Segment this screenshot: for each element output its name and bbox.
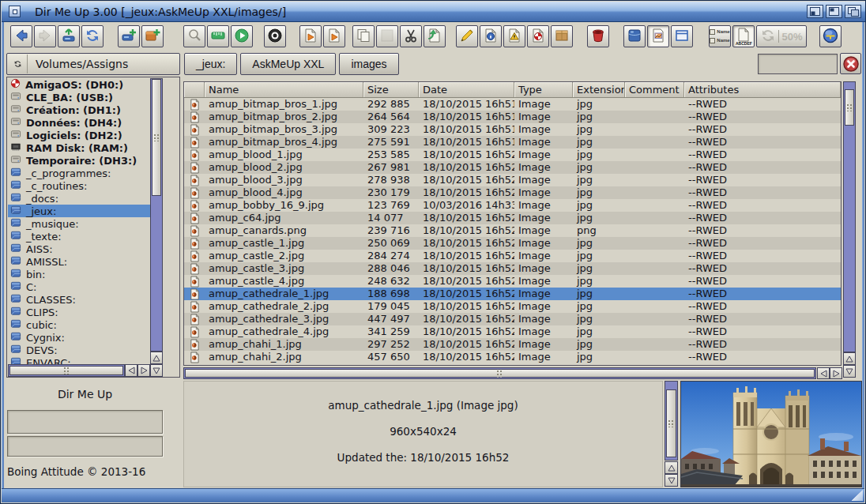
- resize-handle[interactable]: [851, 490, 863, 501]
- column-header-icon[interactable]: [184, 82, 205, 97]
- toolbar-play-button[interactable]: [231, 25, 253, 47]
- toolbar-edit-pencil-button[interactable]: [456, 25, 478, 47]
- table-scroll-up-button[interactable]: [843, 352, 856, 365]
- sidebar-item-cygnix[interactable]: Cygnix:: [8, 331, 150, 344]
- preview-vscrollbar[interactable]: [665, 381, 678, 461]
- table-scroll-right-button[interactable]: [830, 367, 842, 379]
- file-row-amup_bitmap_bros_1.jpg[interactable]: amup_bitmap_bros_1.jpg292 88518/10/2015 …: [184, 98, 841, 111]
- file-row-amup_cathedrale_2.jpg[interactable]: amup_cathedrale_2.jpg179 04518/10/2015 1…: [184, 300, 841, 313]
- table-scroll-left-button[interactable]: [817, 367, 830, 379]
- toolbar-add-drawer-button[interactable]: [141, 25, 164, 47]
- sidebar-item-jeux[interactable]: _jeux:: [8, 205, 150, 217]
- sidebar-item-clips[interactable]: CLIPS:: [8, 306, 150, 318]
- clear-filter-button[interactable]: [840, 53, 861, 74]
- file-row-amup_chahi_1.jpg[interactable]: amup_chahi_1.jpg297 25218/10/2015 16h52I…: [184, 338, 841, 351]
- file-row-amup_cathedrale_4.jpg[interactable]: amup_cathedrale_4.jpg341 25918/10/2015 1…: [184, 325, 841, 338]
- iconify-gadget[interactable]: [807, 5, 823, 18]
- file-row-amup_bitmap_bros_2.jpg[interactable]: amup_bitmap_bros_2.jpg264 56418/10/2015 …: [184, 111, 841, 123]
- volumes-hscroll-thumb[interactable]: [9, 366, 123, 375]
- info-field-1[interactable]: [7, 410, 163, 434]
- volumes-scroll-left-button[interactable]: [125, 364, 137, 377]
- sidebar-item-amigaos-dh0[interactable]: AmigaOS: (DH0:): [8, 78, 150, 91]
- file-row-amup_castle_1.jpg[interactable]: amup_castle_1.jpg250 06918/10/2015 16h52…: [184, 237, 841, 250]
- sidebar-item-docs[interactable]: _docs:: [8, 192, 150, 205]
- column-header-comment[interactable]: Comment: [625, 82, 684, 97]
- toolbar-zoom-level-button[interactable]: 50%: [756, 25, 807, 47]
- sidebar-item-cubic[interactable]: cubic:: [8, 318, 150, 331]
- file-row-amup_bitmap_bros_3.jpg[interactable]: amup_bitmap_bros_3.jpg309 22318/10/2015 …: [184, 123, 841, 136]
- sidebar-item-logiciels-dh2[interactable]: Logiciels: (DH2:): [8, 129, 150, 141]
- depth-gadget[interactable]: [845, 5, 861, 18]
- table-vscroll-thumb[interactable]: [845, 89, 854, 126]
- toolbar-cut-button[interactable]: [400, 25, 422, 47]
- toolbar-back-arrow-button[interactable]: [10, 25, 32, 47]
- toolbar-refresh-button[interactable]: [81, 25, 104, 47]
- file-row-amup_cathedrale_1.jpg[interactable]: amup_cathedrale_1.jpg188 69818/10/2015 1…: [184, 288, 841, 300]
- file-row-amup_blood_3.jpg[interactable]: amup_blood_3.jpg278 93818/10/2015 16h52I…: [184, 174, 841, 186]
- toolbar-boing-ball-app-button[interactable]: [819, 25, 842, 47]
- breadcrumb-images[interactable]: images: [339, 53, 398, 75]
- toolbar-volumes-drive-button[interactable]: [623, 25, 646, 47]
- file-row-amup_castle_3.jpg[interactable]: amup_castle_3.jpg288 04618/10/2015 16h52…: [184, 262, 841, 275]
- column-header-size[interactable]: Size: [363, 82, 419, 97]
- preview-vscroll-thumb[interactable]: [666, 389, 676, 457]
- sidebar-item-musique[interactable]: _musique:: [8, 217, 150, 230]
- file-row-amup_cathedrale_3.jpg[interactable]: amup_cathedrale_3.jpg447 49718/10/2015 1…: [184, 313, 841, 325]
- file-row-amup_blood_2.jpg[interactable]: amup_blood_2.jpg267 98118/10/2015 16h52I…: [184, 161, 841, 174]
- toolbar-ruler-button[interactable]: [207, 25, 229, 47]
- sidebar-item-classes[interactable]: CLASSES:: [8, 293, 150, 306]
- volumes-vscroll-thumb[interactable]: [152, 79, 161, 196]
- sidebar-item-cle-ba-usb[interactable]: CLE_BA: (USB:): [8, 91, 150, 103]
- sidebar-item-cr-ation-dh1[interactable]: Création: (DH1:): [8, 103, 150, 116]
- info-field-2[interactable]: [7, 436, 163, 457]
- file-row-amup_castle_4.jpg[interactable]: amup_castle_4.jpg248 63218/10/2015 16h52…: [184, 275, 841, 288]
- sidebar-item-devs[interactable]: DEVS:: [8, 344, 150, 356]
- column-header-name[interactable]: Name: [205, 82, 363, 97]
- toolbar-run-document-button[interactable]: [299, 25, 322, 47]
- volumes-refresh-button[interactable]: [9, 55, 28, 73]
- breadcrumb-jeux[interactable]: _jeux:: [184, 53, 237, 75]
- column-header-type[interactable]: Type: [514, 82, 573, 97]
- sidebar-item-bin[interactable]: bin:: [8, 268, 150, 280]
- window-close-gadget[interactable]: [9, 6, 21, 17]
- toolbar-image-preview-button[interactable]: [647, 25, 669, 47]
- zoom-gadget[interactable]: [826, 5, 842, 18]
- table-scroll-down-button[interactable]: [843, 365, 856, 378]
- sidebar-item-envarc[interactable]: ENVARC:: [8, 356, 150, 364]
- toolbar-warning-document-button[interactable]: [503, 25, 525, 47]
- volumes-scroll-down-button[interactable]: [150, 364, 163, 377]
- volumes-scroll-up-button[interactable]: [150, 352, 163, 364]
- sidebar-item-ram-disk-ram[interactable]: RAM Disk: (RAM:): [8, 141, 150, 154]
- toolbar-record-button[interactable]: [264, 25, 286, 47]
- table-vscrollbar[interactable]: [843, 81, 856, 352]
- toolbar-sort-by-name-button[interactable]: NameName: [709, 25, 731, 47]
- toolbar-window-frame-button[interactable]: [671, 25, 693, 47]
- toolbar-info-document-button[interactable]: [480, 25, 502, 47]
- preview-scroll-down-button[interactable]: [665, 474, 678, 487]
- file-row-amup_blood_4.jpg[interactable]: amup_blood_4.jpg230 17918/10/2015 16h52I…: [184, 186, 841, 199]
- sidebar-item-c-programmes[interactable]: _c_programmes:: [8, 167, 150, 179]
- file-row-amup_canards.png[interactable]: amup_canards.png239 71618/10/2015 16h52I…: [184, 224, 841, 237]
- volumes-vscrollbar[interactable]: [150, 78, 163, 352]
- toolbar-blank-square-button[interactable]: [376, 25, 398, 47]
- file-row-amup_blood_1.jpg[interactable]: amup_blood_1.jpg253 58518/10/2015 16h52I…: [184, 149, 841, 161]
- sidebar-item-c-routines[interactable]: _c_routines:: [8, 179, 150, 192]
- column-header-attributes[interactable]: Attributes: [684, 82, 841, 97]
- toolbar-text-document-button[interactable]: ABCDEF: [732, 25, 755, 47]
- sidebar-item-temporaire-dh3[interactable]: Temporaire: (DH3:): [8, 154, 150, 167]
- file-row-amup_castle_2.jpg[interactable]: amup_castle_2.jpg284 27418/10/2015 16h52…: [184, 250, 841, 262]
- volumes-scroll-right-button[interactable]: [137, 364, 150, 377]
- toolbar-run-document-alt-button[interactable]: [323, 25, 345, 47]
- toolbar-paste-button[interactable]: [424, 25, 446, 47]
- toolbar-add-volume-button[interactable]: [118, 25, 140, 47]
- toolbar-archive-box-button[interactable]: [551, 25, 573, 47]
- toolbar-parent-drive-button[interactable]: [58, 25, 80, 47]
- breadcrumb-askmeup-xxl[interactable]: AskMeUp XXL: [240, 53, 336, 75]
- column-header-date[interactable]: Date: [419, 82, 514, 97]
- toolbar-trash-button[interactable]: [587, 25, 609, 47]
- file-row-amup_c64.jpg[interactable]: amup_c64.jpg14 07718/10/2015 16h52Imagej…: [184, 212, 841, 224]
- file-row-amup_bitmap_bros_4.jpg[interactable]: amup_bitmap_bros_4.jpg275 59118/10/2015 …: [184, 136, 841, 149]
- toolbar-search-button[interactable]: [183, 25, 205, 47]
- column-header-extension[interactable]: Extension: [573, 82, 625, 97]
- file-row-amup_bobby_16_9.jpg[interactable]: amup_bobby_16_9.jpg123 76910/03/2016 14h…: [184, 199, 841, 212]
